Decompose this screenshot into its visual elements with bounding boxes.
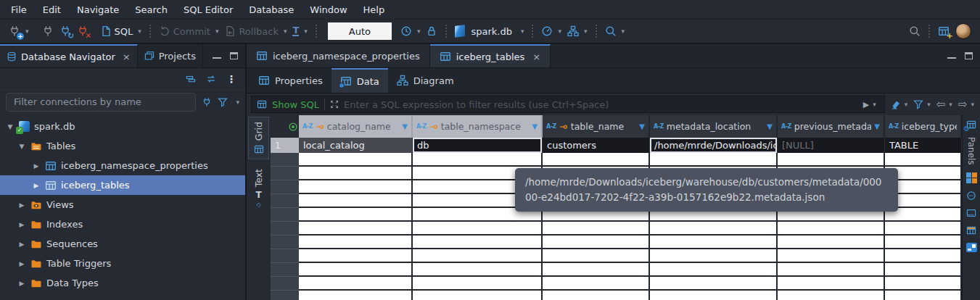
row-number-cell[interactable]: 1	[271, 138, 299, 153]
menu-search[interactable]: Search	[127, 0, 176, 20]
empty-cell[interactable]	[543, 291, 650, 300]
menu-edit[interactable]: Edit	[35, 0, 69, 20]
tab-diagram[interactable]: Diagram	[388, 68, 463, 93]
chevron-down-icon[interactable]: ▾	[558, 28, 561, 35]
tab-iceberg-namespace-properties[interactable]: iceberg_namespace_properties	[247, 44, 430, 67]
empty-cell[interactable]	[543, 153, 650, 167]
apply-filter-icon[interactable]: ▶	[863, 100, 869, 109]
collapsed-arrow-icon[interactable]: ▶	[17, 221, 26, 228]
empty-cell[interactable]	[299, 153, 413, 167]
minimize-icon[interactable]	[213, 53, 221, 59]
empty-cell[interactable]	[413, 222, 543, 236]
empty-cell[interactable]	[885, 263, 962, 277]
cell-table-name[interactable]: customers	[543, 138, 650, 153]
empty-cell[interactable]	[299, 180, 413, 194]
tree-item-sequences[interactable]: ▶ Sequences	[0, 234, 245, 254]
tree-item-indexes[interactable]: ▶ Indexes	[0, 214, 245, 234]
tree-item-data-types[interactable]: ▶ Data Types	[0, 273, 245, 293]
collapsed-arrow-icon[interactable]: ▶	[17, 280, 26, 287]
column-dropdown-icon[interactable]: ▼	[639, 122, 645, 130]
empty-cell[interactable]	[650, 277, 778, 291]
disconnect-button[interactable]: ✕	[74, 22, 91, 41]
new-connection-button[interactable]: + ▾	[6, 22, 32, 41]
quick-search-button[interactable]	[906, 22, 923, 41]
empty-cell[interactable]	[413, 263, 543, 277]
empty-cell[interactable]	[543, 222, 650, 236]
back-arrow-icon[interactable]: ⇦	[936, 99, 946, 110]
tree-item-iceberg-namespace-properties[interactable]: ▶ iceberg_namespace_properties	[0, 156, 245, 175]
chevron-down-icon[interactable]: ▾	[25, 28, 29, 35]
column-header-table-name[interactable]: A-Z table_name ▼	[543, 115, 650, 138]
forward-arrow-icon[interactable]: ⇨	[958, 99, 968, 110]
empty-cell[interactable]	[413, 153, 543, 167]
chevron-down-icon[interactable]: ▾	[417, 28, 421, 35]
tree-item-iceberg-tables[interactable]: ▶ iceberg_tables	[0, 175, 245, 195]
empty-cell[interactable]	[778, 291, 885, 300]
empty-cell[interactable]	[299, 222, 413, 236]
reconnect-button[interactable]: ↻	[57, 22, 74, 41]
tab-iceberg-tables[interactable]: iceberg_tables ×	[430, 44, 551, 67]
row-number-cell[interactable]	[271, 291, 299, 300]
empty-cell[interactable]	[299, 277, 413, 291]
empty-cell[interactable]	[543, 236, 650, 249]
empty-cell[interactable]	[543, 263, 650, 277]
close-icon[interactable]: ×	[123, 51, 131, 62]
empty-cell[interactable]	[650, 263, 778, 277]
empty-cell[interactable]	[778, 249, 885, 263]
row-number-cell[interactable]	[271, 277, 299, 291]
empty-cell[interactable]	[543, 277, 650, 291]
tree-item-views[interactable]: ▶ Views	[0, 195, 245, 214]
metadata-panel-icon[interactable]	[966, 191, 976, 201]
cell-previous-metadata[interactable]: [NULL]	[778, 138, 885, 153]
empty-cell[interactable]	[413, 236, 543, 249]
empty-cell[interactable]	[650, 249, 778, 263]
auto-commit-button[interactable]: Auto	[328, 22, 392, 40]
maximize-icon[interactable]	[965, 52, 973, 59]
menu-sql-editor[interactable]: SQL Editor	[176, 0, 241, 20]
menu-window[interactable]: Window	[302, 0, 355, 20]
empty-cell[interactable]	[885, 236, 962, 249]
row-number-cell[interactable]	[271, 180, 299, 194]
filter-connections-input[interactable]	[6, 93, 196, 112]
tree-item-tables[interactable]: ▼ Tables	[0, 136, 245, 156]
chevron-down-icon[interactable]: ▾	[622, 28, 625, 35]
empty-cell[interactable]	[885, 291, 962, 300]
column-dropdown-icon[interactable]: ▼	[402, 122, 408, 130]
empty-cell[interactable]	[299, 167, 413, 180]
empty-cell[interactable]	[650, 291, 778, 300]
cell-catalog-name[interactable]: local_catalog	[299, 138, 413, 153]
column-header-metadata-location[interactable]: A-Z metadata_location ▼	[650, 115, 778, 138]
empty-cell[interactable]	[885, 153, 962, 167]
performance-button[interactable]: ▾	[538, 22, 564, 41]
empty-cell[interactable]	[650, 236, 778, 249]
link-with-editor-icon[interactable]	[206, 74, 216, 84]
empty-cell[interactable]	[299, 263, 413, 277]
empty-cell[interactable]	[778, 277, 885, 291]
row-number-cell[interactable]	[271, 263, 299, 277]
active-connection-selector[interactable]: spark.db ▾	[452, 22, 527, 41]
cell-iceberg-type[interactable]: TABLE	[885, 138, 962, 153]
empty-cell[interactable]	[778, 236, 885, 249]
menu-help[interactable]: Help	[355, 0, 393, 20]
chevron-down-icon[interactable]: ▾	[949, 101, 952, 108]
cell-metadata-location[interactable]: /home/mrde/Downloads/icebe	[650, 138, 778, 153]
minimize-icon[interactable]	[947, 53, 956, 59]
column-header-catalog-name[interactable]: A-Z catalog_name ▼	[299, 115, 413, 138]
empty-cell[interactable]	[778, 153, 885, 167]
open-perspective-button[interactable]: +	[935, 22, 952, 41]
chevron-down-icon[interactable]: ▾	[905, 101, 908, 108]
tree-item-spark-db[interactable]: ▼ spark.db	[0, 117, 245, 136]
chevron-down-icon[interactable]: ▾	[215, 28, 219, 35]
value-viewer-panel-icon[interactable]	[966, 208, 976, 218]
empty-cell[interactable]	[778, 222, 885, 236]
tab-projects[interactable]: Projects	[138, 44, 203, 67]
menu-database[interactable]: Database	[241, 0, 302, 20]
row-number-cell[interactable]	[271, 222, 299, 236]
expanded-arrow-icon[interactable]: ▼	[17, 143, 26, 150]
lock-button[interactable]	[423, 22, 440, 41]
expand-filter-icon[interactable]	[330, 100, 339, 109]
row-number-cell[interactable]	[271, 208, 299, 222]
empty-cell[interactable]	[299, 236, 413, 249]
sql-editor-button[interactable]: SQL ▾	[97, 22, 144, 41]
chevron-down-icon[interactable]: ▾	[284, 28, 287, 35]
